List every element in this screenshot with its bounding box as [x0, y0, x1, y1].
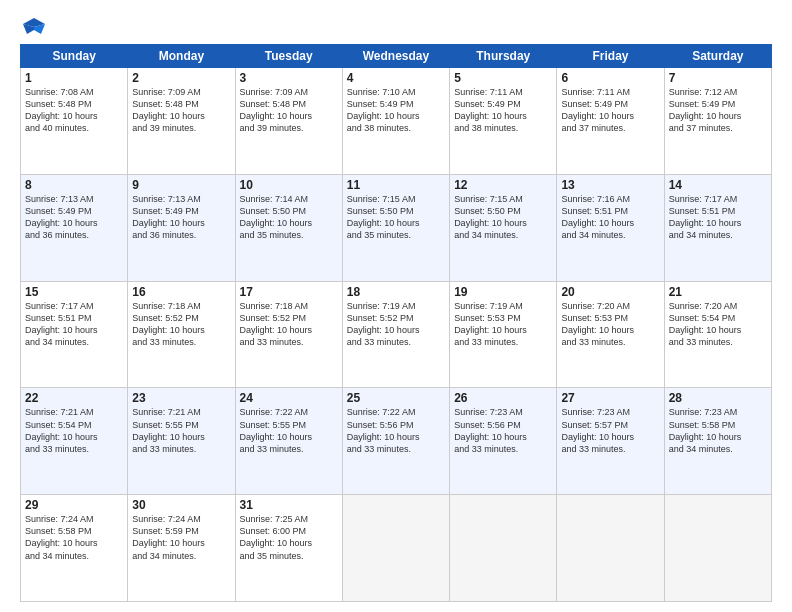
- calendar-day-cell: 27Sunrise: 7:23 AMSunset: 5:57 PMDayligh…: [557, 388, 664, 495]
- weekday-header-row: SundayMondayTuesdayWednesdayThursdayFrid…: [21, 45, 772, 68]
- day-info: Sunrise: 7:23 AMSunset: 5:57 PMDaylight:…: [561, 406, 659, 455]
- day-info: Sunrise: 7:09 AMSunset: 5:48 PMDaylight:…: [240, 86, 338, 135]
- day-info: Sunrise: 7:19 AMSunset: 5:52 PMDaylight:…: [347, 300, 445, 349]
- day-info: Sunrise: 7:15 AMSunset: 5:50 PMDaylight:…: [454, 193, 552, 242]
- day-info: Sunrise: 7:15 AMSunset: 5:50 PMDaylight:…: [347, 193, 445, 242]
- day-info: Sunrise: 7:23 AMSunset: 5:56 PMDaylight:…: [454, 406, 552, 455]
- calendar-day-cell: 7Sunrise: 7:12 AMSunset: 5:49 PMDaylight…: [664, 68, 771, 175]
- calendar-day-cell: 4Sunrise: 7:10 AMSunset: 5:49 PMDaylight…: [342, 68, 449, 175]
- calendar-day-cell: 23Sunrise: 7:21 AMSunset: 5:55 PMDayligh…: [128, 388, 235, 495]
- header: [20, 16, 772, 36]
- day-info: Sunrise: 7:10 AMSunset: 5:49 PMDaylight:…: [347, 86, 445, 135]
- day-number: 31: [240, 498, 338, 512]
- calendar-day-cell: 17Sunrise: 7:18 AMSunset: 5:52 PMDayligh…: [235, 281, 342, 388]
- calendar-day-cell: 9Sunrise: 7:13 AMSunset: 5:49 PMDaylight…: [128, 174, 235, 281]
- day-number: 3: [240, 71, 338, 85]
- calendar-day-cell: [450, 495, 557, 602]
- calendar-day-cell: 12Sunrise: 7:15 AMSunset: 5:50 PMDayligh…: [450, 174, 557, 281]
- day-info: Sunrise: 7:21 AMSunset: 5:54 PMDaylight:…: [25, 406, 123, 455]
- calendar-day-cell: 13Sunrise: 7:16 AMSunset: 5:51 PMDayligh…: [557, 174, 664, 281]
- day-info: Sunrise: 7:18 AMSunset: 5:52 PMDaylight:…: [132, 300, 230, 349]
- day-number: 19: [454, 285, 552, 299]
- calendar-table: SundayMondayTuesdayWednesdayThursdayFrid…: [20, 44, 772, 602]
- calendar-week-row: 15Sunrise: 7:17 AMSunset: 5:51 PMDayligh…: [21, 281, 772, 388]
- calendar-day-cell: 30Sunrise: 7:24 AMSunset: 5:59 PMDayligh…: [128, 495, 235, 602]
- calendar-day-cell: [557, 495, 664, 602]
- day-info: Sunrise: 7:17 AMSunset: 5:51 PMDaylight:…: [669, 193, 767, 242]
- page: SundayMondayTuesdayWednesdayThursdayFrid…: [0, 0, 792, 612]
- day-info: Sunrise: 7:08 AMSunset: 5:48 PMDaylight:…: [25, 86, 123, 135]
- calendar-day-cell: 10Sunrise: 7:14 AMSunset: 5:50 PMDayligh…: [235, 174, 342, 281]
- day-number: 9: [132, 178, 230, 192]
- calendar-week-row: 22Sunrise: 7:21 AMSunset: 5:54 PMDayligh…: [21, 388, 772, 495]
- day-number: 1: [25, 71, 123, 85]
- calendar-day-cell: 26Sunrise: 7:23 AMSunset: 5:56 PMDayligh…: [450, 388, 557, 495]
- day-number: 26: [454, 391, 552, 405]
- calendar-day-cell: 16Sunrise: 7:18 AMSunset: 5:52 PMDayligh…: [128, 281, 235, 388]
- day-number: 29: [25, 498, 123, 512]
- day-number: 13: [561, 178, 659, 192]
- weekday-header-friday: Friday: [557, 45, 664, 68]
- weekday-header-monday: Monday: [128, 45, 235, 68]
- day-info: Sunrise: 7:21 AMSunset: 5:55 PMDaylight:…: [132, 406, 230, 455]
- day-number: 20: [561, 285, 659, 299]
- calendar-day-cell: 5Sunrise: 7:11 AMSunset: 5:49 PMDaylight…: [450, 68, 557, 175]
- day-info: Sunrise: 7:11 AMSunset: 5:49 PMDaylight:…: [561, 86, 659, 135]
- day-info: Sunrise: 7:12 AMSunset: 5:49 PMDaylight:…: [669, 86, 767, 135]
- calendar-day-cell: 8Sunrise: 7:13 AMSunset: 5:49 PMDaylight…: [21, 174, 128, 281]
- calendar-day-cell: 20Sunrise: 7:20 AMSunset: 5:53 PMDayligh…: [557, 281, 664, 388]
- calendar-week-row: 8Sunrise: 7:13 AMSunset: 5:49 PMDaylight…: [21, 174, 772, 281]
- day-number: 18: [347, 285, 445, 299]
- day-number: 28: [669, 391, 767, 405]
- calendar-day-cell: 1Sunrise: 7:08 AMSunset: 5:48 PMDaylight…: [21, 68, 128, 175]
- day-number: 2: [132, 71, 230, 85]
- calendar-day-cell: 22Sunrise: 7:21 AMSunset: 5:54 PMDayligh…: [21, 388, 128, 495]
- day-number: 30: [132, 498, 230, 512]
- day-number: 14: [669, 178, 767, 192]
- day-info: Sunrise: 7:20 AMSunset: 5:53 PMDaylight:…: [561, 300, 659, 349]
- weekday-header-thursday: Thursday: [450, 45, 557, 68]
- day-number: 17: [240, 285, 338, 299]
- day-number: 8: [25, 178, 123, 192]
- day-info: Sunrise: 7:18 AMSunset: 5:52 PMDaylight:…: [240, 300, 338, 349]
- calendar-day-cell: 29Sunrise: 7:24 AMSunset: 5:58 PMDayligh…: [21, 495, 128, 602]
- day-number: 16: [132, 285, 230, 299]
- calendar-day-cell: 3Sunrise: 7:09 AMSunset: 5:48 PMDaylight…: [235, 68, 342, 175]
- day-info: Sunrise: 7:09 AMSunset: 5:48 PMDaylight:…: [132, 86, 230, 135]
- day-number: 4: [347, 71, 445, 85]
- calendar-day-cell: 19Sunrise: 7:19 AMSunset: 5:53 PMDayligh…: [450, 281, 557, 388]
- calendar-day-cell: 18Sunrise: 7:19 AMSunset: 5:52 PMDayligh…: [342, 281, 449, 388]
- calendar-day-cell: 14Sunrise: 7:17 AMSunset: 5:51 PMDayligh…: [664, 174, 771, 281]
- day-number: 24: [240, 391, 338, 405]
- day-info: Sunrise: 7:22 AMSunset: 5:56 PMDaylight:…: [347, 406, 445, 455]
- calendar-day-cell: 15Sunrise: 7:17 AMSunset: 5:51 PMDayligh…: [21, 281, 128, 388]
- day-info: Sunrise: 7:25 AMSunset: 6:00 PMDaylight:…: [240, 513, 338, 562]
- day-info: Sunrise: 7:17 AMSunset: 5:51 PMDaylight:…: [25, 300, 123, 349]
- weekday-header-tuesday: Tuesday: [235, 45, 342, 68]
- day-info: Sunrise: 7:22 AMSunset: 5:55 PMDaylight:…: [240, 406, 338, 455]
- calendar-day-cell: 31Sunrise: 7:25 AMSunset: 6:00 PMDayligh…: [235, 495, 342, 602]
- day-number: 25: [347, 391, 445, 405]
- day-number: 22: [25, 391, 123, 405]
- weekday-header-saturday: Saturday: [664, 45, 771, 68]
- logo-bird-icon: [23, 16, 45, 38]
- calendar-week-row: 1Sunrise: 7:08 AMSunset: 5:48 PMDaylight…: [21, 68, 772, 175]
- calendar-day-cell: 21Sunrise: 7:20 AMSunset: 5:54 PMDayligh…: [664, 281, 771, 388]
- day-number: 5: [454, 71, 552, 85]
- calendar-day-cell: 24Sunrise: 7:22 AMSunset: 5:55 PMDayligh…: [235, 388, 342, 495]
- day-info: Sunrise: 7:24 AMSunset: 5:59 PMDaylight:…: [132, 513, 230, 562]
- day-info: Sunrise: 7:13 AMSunset: 5:49 PMDaylight:…: [25, 193, 123, 242]
- calendar-day-cell: 11Sunrise: 7:15 AMSunset: 5:50 PMDayligh…: [342, 174, 449, 281]
- day-info: Sunrise: 7:16 AMSunset: 5:51 PMDaylight:…: [561, 193, 659, 242]
- day-info: Sunrise: 7:19 AMSunset: 5:53 PMDaylight:…: [454, 300, 552, 349]
- day-info: Sunrise: 7:13 AMSunset: 5:49 PMDaylight:…: [132, 193, 230, 242]
- day-info: Sunrise: 7:11 AMSunset: 5:49 PMDaylight:…: [454, 86, 552, 135]
- day-info: Sunrise: 7:14 AMSunset: 5:50 PMDaylight:…: [240, 193, 338, 242]
- weekday-header-sunday: Sunday: [21, 45, 128, 68]
- day-number: 6: [561, 71, 659, 85]
- calendar-day-cell: 2Sunrise: 7:09 AMSunset: 5:48 PMDaylight…: [128, 68, 235, 175]
- day-info: Sunrise: 7:24 AMSunset: 5:58 PMDaylight:…: [25, 513, 123, 562]
- day-info: Sunrise: 7:23 AMSunset: 5:58 PMDaylight:…: [669, 406, 767, 455]
- logo: [20, 16, 45, 36]
- calendar-day-cell: [664, 495, 771, 602]
